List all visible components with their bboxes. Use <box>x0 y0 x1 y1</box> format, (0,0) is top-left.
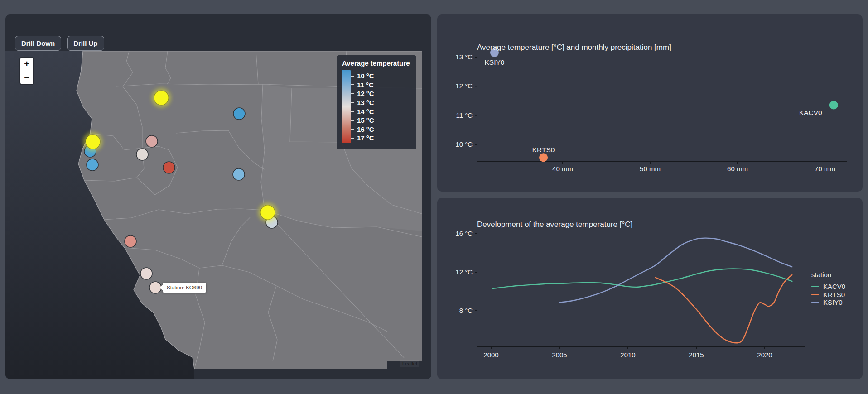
map-legend-entry: 16 °C <box>351 125 374 134</box>
legend-swatch <box>811 302 819 303</box>
station-marker-selected[interactable] <box>154 91 169 105</box>
x-tick-label: 50 mm <box>640 165 661 173</box>
legend-label: KRTS0 <box>823 291 845 298</box>
y-tick-label: 12 °C <box>455 268 473 276</box>
station-marker[interactable] <box>125 235 136 247</box>
scatter-chart: 13 °C12 °C11 °C10 °C40 mm50 mm60 mm70 mm… <box>437 14 863 192</box>
station-marker[interactable] <box>136 149 148 160</box>
x-tick-label: 40 mm <box>552 165 573 173</box>
map-legend-entry: 10 °C <box>351 72 374 81</box>
x-tick-label: 2005 <box>552 351 567 359</box>
legend-label: KACV0 <box>823 283 845 290</box>
scatter-title: Average temperature [°C] and monthly pre… <box>477 43 671 52</box>
station-marker-selected[interactable] <box>260 205 275 220</box>
scatter-panel: Average temperature [°C] and monthly pre… <box>437 14 863 192</box>
scatter-point-label: KACV0 <box>799 109 822 116</box>
drill-down-button[interactable]: Drill Down <box>15 36 61 51</box>
y-tick-label: 13 °C <box>455 53 473 61</box>
legend-label: KSIY0 <box>823 298 843 306</box>
legend-heading: station <box>811 271 845 279</box>
drill-button-group: Drill Down Drill Up <box>15 36 104 51</box>
map-legend-body: 10 °C11 °C12 °C13 °C14 °C15 °C16 °C17 °C <box>342 70 411 143</box>
y-tick-label: 8 °C <box>459 307 473 314</box>
map-legend-entry: 12 °C <box>351 89 374 98</box>
legend-item-KRTS0: KRTS0 <box>811 291 845 299</box>
map-legend-labels: 10 °C11 °C12 °C13 °C14 °C15 °C16 °C17 °C <box>351 72 374 143</box>
series-line-KSIY0 <box>559 238 792 303</box>
scatter-point-KACV0 <box>829 101 838 110</box>
station-marker[interactable] <box>163 162 175 173</box>
y-tick-label: 11 °C <box>456 111 473 119</box>
map-zoom-control: + − <box>20 58 33 84</box>
station-marker[interactable] <box>140 268 152 279</box>
map-temperature-legend: Average temperature 10 °C11 °C12 °C13 °C… <box>337 55 416 149</box>
map-panel: Drill Down Drill Up + − Average temperat… <box>5 14 431 379</box>
legend-item-KACV0: KACV0 <box>811 283 845 291</box>
map-legend-title: Average temperature <box>342 59 411 67</box>
scatter-point-KRTS0 <box>539 153 548 162</box>
zoom-out-button[interactable]: − <box>20 71 33 84</box>
x-tick-label: 70 mm <box>815 165 835 173</box>
x-tick-label: 60 mm <box>727 165 748 173</box>
scatter-point-label: KSIY0 <box>484 58 504 66</box>
map-legend-entry: 14 °C <box>351 107 374 116</box>
line-chart-legend: station KACV0KRTS0KSIY0 <box>811 271 845 307</box>
series-line-KRTS0 <box>655 275 792 343</box>
legend-swatch <box>811 294 819 295</box>
station-marker-selected[interactable] <box>86 135 100 149</box>
zoom-in-button[interactable]: + <box>20 58 33 71</box>
map-legend-entry: 13 °C <box>351 98 374 107</box>
line-chart-panel: Development of the average temperature [… <box>437 198 863 379</box>
map-legend-entry: 17 °C <box>351 134 374 143</box>
station-marker[interactable] <box>87 159 98 171</box>
station-marker[interactable] <box>146 135 158 147</box>
y-tick-label: 16 °C <box>455 230 473 237</box>
leaflet-attribution[interactable]: Leaflet <box>400 360 419 367</box>
temperature-gradient-bar <box>342 70 351 143</box>
dashboard: Drill Down Drill Up + − Average temperat… <box>0 0 868 394</box>
x-tick-label: 2020 <box>757 351 772 359</box>
y-tick-label: 10 °C <box>455 140 473 148</box>
map-legend-entry: 11 °C <box>351 81 374 90</box>
station-tooltip: Station: KO690 <box>163 283 206 293</box>
station-marker[interactable] <box>233 168 245 180</box>
drill-up-button[interactable]: Drill Up <box>67 36 104 51</box>
line-chart-title: Development of the average temperature [… <box>477 220 632 229</box>
y-tick-label: 12 °C <box>455 82 473 90</box>
x-tick-label: 2000 <box>483 351 498 359</box>
scatter-point-label: KRTS0 <box>532 146 555 154</box>
x-tick-label: 2010 <box>620 351 635 359</box>
legend-swatch <box>811 286 819 287</box>
legend-item-KSIY0: KSIY0 <box>811 298 845 307</box>
map-legend-entry: 15 °C <box>351 116 374 125</box>
station-marker[interactable] <box>233 108 245 120</box>
x-tick-label: 2015 <box>689 351 704 359</box>
